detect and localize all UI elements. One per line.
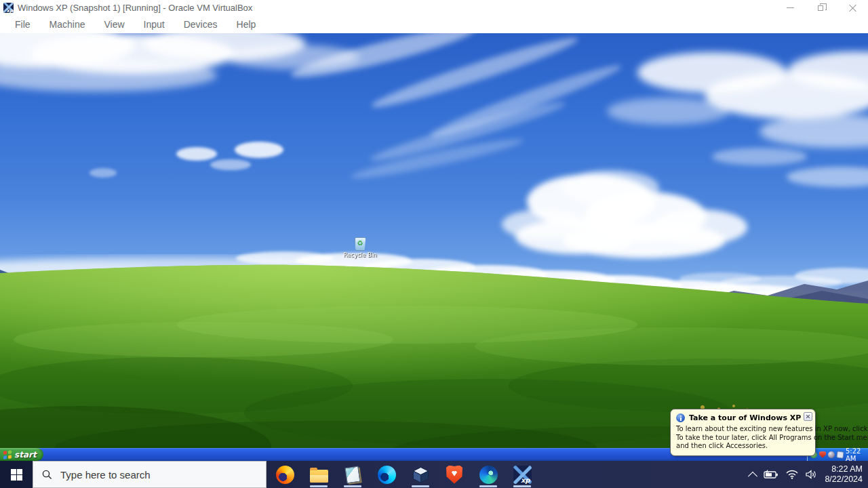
xp-vm-icon-badge: xp (521, 476, 530, 484)
menu-view[interactable]: View (94, 15, 134, 33)
search-input[interactable] (60, 469, 250, 481)
host-date: 8/22/2024 (825, 474, 863, 485)
firefox-icon (276, 466, 294, 484)
host-system-tray: 8:22 AM 8/22/2024 (749, 461, 868, 488)
taskbar-app-virtualbox[interactable] (403, 461, 437, 488)
xp-start-label: start (14, 450, 37, 460)
host-search-box[interactable] (33, 461, 267, 488)
vbox-titlebar: xp Windows XP (Snapshot 1) [Running] - O… (0, 0, 868, 15)
menu-machine[interactable]: Machine (40, 15, 95, 33)
vbox-guest-additions-icon[interactable] (836, 451, 844, 458)
tour-balloon-line: To take the tour later, click All Progra… (676, 434, 810, 443)
speaker-icon[interactable] (806, 470, 817, 479)
xp-clock: 5:22 AM (846, 447, 868, 462)
search-icon (42, 470, 52, 480)
wifi-icon[interactable] (786, 470, 798, 479)
windows-start-icon (11, 469, 22, 481)
recycle-bin-label: Recycle Bin (343, 251, 377, 258)
xp-start-button[interactable]: start (0, 448, 43, 461)
minimize-button[interactable] (774, 0, 806, 15)
taskbar-app-firefox[interactable] (268, 461, 302, 488)
tray-chevron-icon[interactable] (748, 472, 757, 481)
vm-display: ♻ Recycle Bin Take a tour of Windows XP … (0, 33, 868, 461)
tour-balloon-close-button[interactable] (804, 412, 812, 421)
taskbar-app-edge[interactable] (471, 461, 505, 488)
firefox-developer-icon (378, 466, 396, 484)
xp-system-tray: 5:22 AM (807, 448, 868, 461)
menu-help[interactable]: Help (227, 15, 266, 33)
taskbar-app-brave[interactable] (437, 461, 471, 488)
host-start-button[interactable] (0, 461, 33, 488)
tour-balloon-line[interactable]: To learn about the exciting new features… (676, 425, 810, 434)
security-alert-shield-icon[interactable] (819, 451, 826, 458)
vbox-menubar: File Machine View Input Devices Help (0, 15, 868, 33)
recycle-bin[interactable]: ♻ Recycle Bin (343, 237, 377, 258)
info-icon (676, 413, 685, 422)
menu-devices[interactable]: Devices (174, 15, 227, 33)
battery-icon[interactable] (764, 470, 778, 479)
window-title: Windows XP (Snapshot 1) [Running] - Orac… (18, 3, 252, 13)
menu-file[interactable]: File (5, 15, 40, 33)
tour-balloon-line: and then click Accessories. (676, 442, 810, 451)
host-time: 8:22 AM (825, 464, 863, 474)
window-controls (774, 0, 868, 15)
notepad-icon (344, 466, 360, 483)
minimize-icon (787, 7, 794, 8)
taskbar-app-notepad[interactable] (336, 461, 370, 488)
restore-button[interactable] (806, 0, 837, 15)
close-icon (849, 4, 856, 12)
host-taskbar: xp 8:22 AM (0, 461, 868, 488)
tour-balloon-title: Take a tour of Windows XP (689, 413, 801, 422)
tour-balloon-header: Take a tour of Windows XP (676, 413, 810, 422)
recycle-arrows-icon: ♻ (355, 240, 366, 247)
recycle-bin-icon: ♻ (355, 237, 366, 251)
xp-windows-flag-icon (3, 450, 12, 459)
tour-balloon: Take a tour of Windows XP To learn about… (670, 409, 816, 456)
host-taskbar-apps: xp (268, 461, 539, 488)
host-clock[interactable]: 8:22 AM 8/22/2024 (825, 464, 863, 485)
taskbar-app-xp-vm[interactable]: xp (505, 461, 539, 488)
taskbar-app-file-explorer[interactable] (302, 461, 336, 488)
menu-input[interactable]: Input (134, 15, 174, 33)
vm-icon-xp-badge: xp (6, 8, 13, 13)
file-explorer-icon (310, 470, 328, 483)
edge-icon (479, 466, 498, 484)
taskbar-app-firefox-dev[interactable] (370, 461, 403, 488)
xp-vm-icon: xp (513, 466, 532, 484)
brave-icon (446, 466, 462, 484)
virtualbox-icon (412, 466, 430, 484)
vbox-vm-window-icon: xp (3, 3, 14, 13)
close-button[interactable] (837, 0, 868, 15)
screen: xp Windows XP (Snapshot 1) [Running] - O… (0, 0, 868, 488)
restore-icon (818, 5, 823, 11)
status-icon[interactable] (828, 451, 835, 458)
bliss-wallpaper (0, 33, 868, 461)
